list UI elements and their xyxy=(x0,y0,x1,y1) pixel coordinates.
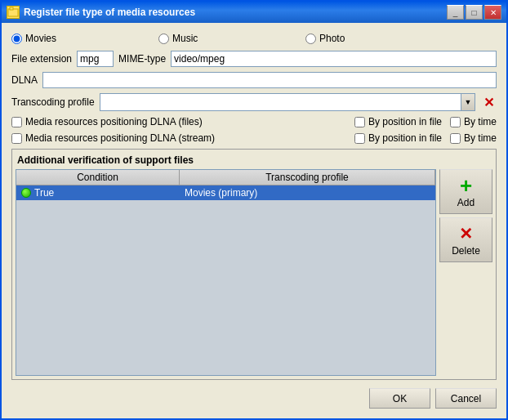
radio-photo[interactable]: Photo xyxy=(305,33,452,44)
dlna-files-by-time-input[interactable] xyxy=(450,117,461,127)
close-button[interactable]: ✕ xyxy=(484,5,501,20)
dlna-stream-row: Media resources positioning DLNA (stream… xyxy=(11,132,497,144)
dlna-row: DLNA xyxy=(11,72,497,88)
table-header: Condition Transcoding profile xyxy=(16,170,435,185)
title-controls: _ □ ✕ xyxy=(447,5,501,20)
radio-movies[interactable]: Movies xyxy=(11,33,158,44)
dlna-stream-by-time-label: By time xyxy=(464,132,497,144)
dlna-files-checkbox[interactable] xyxy=(11,117,22,127)
dlna-files-row: Media resources positioning DLNA (files)… xyxy=(11,116,497,127)
dlna-files-by-time-label: By time xyxy=(464,116,497,127)
footer-buttons: OK Cancel xyxy=(11,385,497,410)
title-bar-left: Register file type of media resources xyxy=(7,6,195,19)
delete-icon xyxy=(457,224,476,244)
radio-music-input[interactable] xyxy=(158,34,169,44)
table-cell-transcoding: Movies (primary) xyxy=(180,185,435,200)
add-icon xyxy=(457,176,476,195)
condition-value: True xyxy=(34,187,54,199)
dlna-stream-by-position[interactable]: By position in file xyxy=(354,132,442,144)
dlna-files-label: Media resources positioning DLNA (files) xyxy=(25,116,203,127)
transcoding-profile-row: Transcoding profile ▼ xyxy=(11,93,497,111)
dlna-stream-by-position-label: By position in file xyxy=(368,132,442,144)
maximize-button[interactable]: □ xyxy=(466,5,483,20)
radio-movies-label: Movies xyxy=(25,33,56,44)
delete-label: Delete xyxy=(452,245,480,257)
minimize-button[interactable]: _ xyxy=(447,5,464,20)
dlna-files-by-time[interactable]: By time xyxy=(450,116,497,127)
radio-movies-input[interactable] xyxy=(11,34,22,44)
mime-type-input[interactable] xyxy=(171,51,497,67)
mime-type-label: MIME-type xyxy=(118,53,166,65)
transcoding-profile-dropdown-btn[interactable]: ▼ xyxy=(461,93,475,111)
delete-button[interactable]: Delete xyxy=(439,217,492,262)
title-bar: Register file type of media resources _ … xyxy=(2,2,506,23)
svg-rect-1 xyxy=(10,7,13,10)
table-row[interactable]: True Movies (primary) xyxy=(16,185,435,200)
file-extension-input[interactable] xyxy=(77,51,114,67)
window-icon xyxy=(7,6,20,19)
additional-verification-section: Additional verification of support files… xyxy=(11,149,497,380)
table-header-transcoding: Transcoding profile xyxy=(180,170,435,185)
transcoding-profile-label: Transcoding profile xyxy=(11,96,95,108)
ok-button[interactable]: OK xyxy=(369,388,430,409)
add-button[interactable]: Add xyxy=(439,169,492,214)
transcoding-profile-combo: ▼ xyxy=(100,93,475,111)
radio-music-label: Music xyxy=(172,33,198,44)
add-label: Add xyxy=(457,197,475,208)
dlna-stream-by-time[interactable]: By time xyxy=(450,132,497,144)
dlna-files-by-position-input[interactable] xyxy=(354,117,365,127)
table-header-condition: Condition xyxy=(16,170,180,185)
dlna-stream-by-position-input[interactable] xyxy=(354,133,365,144)
additional-verification-title: Additional verification of support files xyxy=(16,153,492,169)
verification-table: Condition Transcoding profile True Movie… xyxy=(16,169,436,376)
media-type-radio-group: Movies Music Photo xyxy=(11,31,497,46)
dlna-files-by-position-label: By position in file xyxy=(368,116,442,127)
radio-music[interactable]: Music xyxy=(158,33,305,44)
main-window: Register file type of media resources _ … xyxy=(0,0,508,420)
table-cell-condition: True xyxy=(16,185,180,200)
dlna-label: DLNA xyxy=(11,74,38,86)
dlna-input[interactable] xyxy=(42,72,497,88)
radio-photo-input[interactable] xyxy=(305,34,316,44)
transcoding-profile-delete-btn[interactable] xyxy=(480,94,497,110)
condition-status-icon xyxy=(21,188,31,198)
cancel-button[interactable]: Cancel xyxy=(435,388,497,409)
verification-table-area: Condition Transcoding profile True Movie… xyxy=(16,169,492,376)
file-extension-label: File extension xyxy=(11,53,72,65)
file-ext-mime-row: File extension MIME-type xyxy=(11,51,497,67)
radio-photo-label: Photo xyxy=(319,33,345,44)
dlna-stream-label: Media resources positioning DLNA (stream… xyxy=(25,132,215,144)
transcoding-profile-input[interactable] xyxy=(100,93,461,111)
table-body: True Movies (primary) xyxy=(16,185,435,375)
window-title: Register file type of media resources xyxy=(24,7,195,18)
dlna-stream-by-time-input[interactable] xyxy=(450,133,461,144)
dialog-content: Movies Music Photo File extension MIME-t… xyxy=(2,23,506,418)
table-action-buttons: Add Delete xyxy=(439,169,492,376)
dlna-stream-checkbox[interactable] xyxy=(11,133,22,144)
dlna-files-by-position[interactable]: By position in file xyxy=(354,116,442,127)
